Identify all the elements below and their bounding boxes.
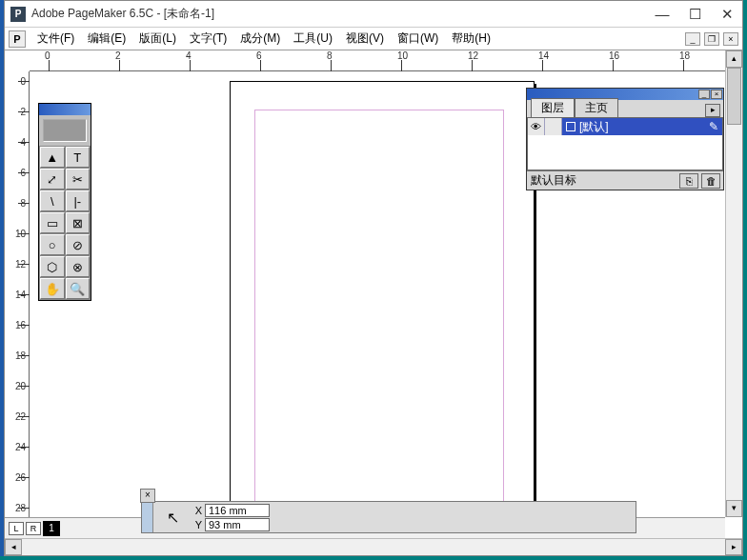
vruler-label: 6 [7,168,26,178]
control-palette[interactable]: ↖ X 116 mm Y 93 mm [141,501,636,533]
scroll-up-button[interactable]: ▴ [726,50,742,68]
lock-toggle-icon[interactable] [545,118,562,135]
line-tool[interactable]: \ [40,190,65,211]
hruler-label: 10 [397,50,408,61]
master-page-l-icon[interactable]: L [9,522,24,535]
vruler-label: 10 [7,229,26,239]
menu-layout[interactable]: 版面(L) [135,29,180,49]
y-label: Y [192,519,205,530]
vruler-label: 22 [7,411,26,422]
hruler-label: 18 [679,50,690,61]
vruler-label: 26 [7,472,26,483]
hruler-label: 16 [609,50,619,61]
scroll-down-button[interactable]: ▾ [726,500,742,517]
menu-window[interactable]: 窗口(W) [394,29,442,49]
polygon-tool[interactable]: ⬡ [40,256,65,277]
layer-color-swatch [566,122,575,131]
page-1-icon[interactable]: 1 [43,521,60,536]
scroll-right-button[interactable]: ▸ [725,539,742,555]
delete-layer-button[interactable]: 🗑 [701,173,720,189]
ellipse-tool[interactable]: ○ [40,234,65,255]
cursor-icon: ↖ [153,502,192,532]
menu-file[interactable]: 文件(F) [33,29,78,49]
toolbox-palette[interactable]: ▲T⤢✂\|-▭⊠○⊘⬡⊗✋🔍 [38,103,91,301]
zoom-tool[interactable]: 🔍 [66,278,91,299]
menu-type[interactable]: 文字(T) [186,29,231,49]
ellipse-frame-tool[interactable]: ⊘ [66,234,91,255]
mdi-close-button[interactable]: × [723,32,738,46]
control-palette-handle[interactable] [142,502,153,532]
vertical-scrollbar[interactable]: ▴ ▾ [725,50,742,517]
hruler-label: 8 [327,50,333,61]
palette-minimize-button[interactable]: _ [698,90,710,99]
title-bar[interactable]: P Adobe PageMaker 6.5C - [未命名-1] — ☐ ✕ [5,1,742,28]
mdi-restore-button[interactable]: ❐ [704,32,719,46]
target-layer-label: 默认目标 [527,172,679,189]
vruler-label: 20 [7,381,26,391]
master-page-r-icon[interactable]: R [26,522,41,535]
toolbox-title-bar[interactable] [39,104,91,115]
horizontal-ruler[interactable]: 024681012141618 [30,50,725,71]
rectangle-frame-tool[interactable]: ⊠ [66,212,91,233]
palette-close-button[interactable]: × [711,90,722,99]
layers-list: 👁 [默认] ✎ [527,117,723,170]
menu-view[interactable]: 视图(V) [342,29,388,49]
pencil-icon: ✎ [709,120,718,133]
hruler-label: 12 [468,50,478,61]
vruler-label: 4 [7,137,26,148]
vruler-label: 12 [7,259,26,270]
maximize-button[interactable]: ☐ [685,6,704,23]
x-value-field[interactable]: 116 mm [205,504,270,517]
close-button[interactable]: ✕ [717,6,737,23]
hruler-label: 6 [256,50,262,61]
menu-edit[interactable]: 编辑(E) [84,29,130,49]
hand-tool[interactable]: ✋ [40,278,65,299]
constrained-line-tool[interactable]: |- [66,190,91,211]
pointer-tool[interactable]: ▲ [40,147,65,168]
mdi-minimize-button[interactable]: _ [685,32,700,46]
palette-menu-button[interactable]: ▸ [705,104,720,117]
rotate-tool[interactable]: ⤢ [40,169,65,190]
vruler-label: 28 [7,503,26,513]
hruler-label: 14 [538,50,549,61]
system-menu-icon[interactable]: P [9,30,26,48]
x-label: X [192,505,205,516]
text-tool[interactable]: T [66,147,91,168]
tab-master-pages[interactable]: 主页 [575,98,618,117]
vruler-label: 8 [7,198,26,209]
hruler-label: 4 [186,50,192,61]
polygon-frame-tool[interactable]: ⊗ [66,256,91,277]
layers-palette[interactable]: _ × 图层 主页 ▸ 👁 [默认] ✎ 默认目标 ⎘ 🗑 [526,88,724,190]
vertical-scroll-thumb[interactable] [727,68,741,125]
layer-name: [默认] [579,119,609,135]
layer-row[interactable]: 👁 [默认] ✎ [528,118,722,135]
minimize-button[interactable]: — [653,6,672,23]
rectangle-tool[interactable]: ▭ [40,212,65,233]
vertical-ruler[interactable]: 024681012141618202224262830 [5,71,30,517]
vruler-label: 14 [7,290,26,300]
scroll-left-button[interactable]: ◂ [5,539,22,555]
menu-element[interactable]: 成分(M) [236,29,284,49]
visibility-toggle-icon[interactable]: 👁 [528,118,545,135]
menu-utilities[interactable]: 工具(U) [290,29,336,49]
new-layer-button[interactable]: ⎘ [679,173,698,189]
horizontal-scrollbar[interactable]: ◂ ▸ [5,538,742,555]
hruler-label: 2 [115,50,121,61]
tool-grid: ▲T⤢✂\|-▭⊠○⊘⬡⊗✋🔍 [39,146,91,300]
vruler-label: 18 [7,350,26,361]
app-window: P Adobe PageMaker 6.5C - [未命名-1] — ☐ ✕ P… [4,0,743,556]
tab-layers[interactable]: 图层 [531,98,575,117]
menu-help[interactable]: 帮助(H) [448,29,495,49]
vruler-label: 2 [7,107,26,117]
margin-guides [254,110,504,519]
vruler-label: 0 [7,76,26,87]
menu-bar: P 文件(F) 编辑(E) 版面(L) 文字(T) 成分(M) 工具(U) 视图… [5,28,742,50]
y-value-field[interactable]: 93 mm [205,518,270,531]
app-icon: P [10,7,26,22]
toolbox-preview [43,119,87,142]
window-title: Adobe PageMaker 6.5C - [未命名-1] [31,6,214,22]
vruler-label: 24 [7,442,26,452]
vruler-label: 16 [7,320,26,330]
crop-tool[interactable]: ✂ [66,169,91,190]
hruler-label: 0 [45,50,50,61]
